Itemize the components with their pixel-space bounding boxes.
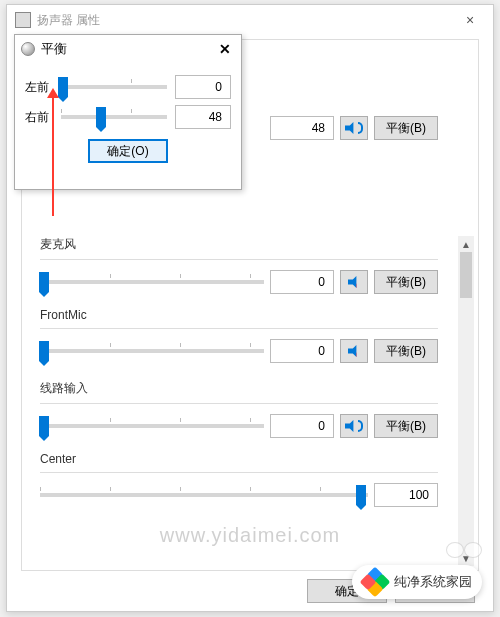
window-title: 扬声器 属性	[37, 12, 455, 29]
mute-indicator-icon	[356, 282, 364, 290]
close-icon[interactable]: ×	[455, 12, 485, 28]
mic-slider[interactable]	[40, 272, 264, 292]
right-front-row: 右前 48	[25, 105, 231, 129]
sound-wave-icon	[358, 122, 363, 134]
slider-thumb[interactable]	[39, 416, 49, 436]
mic-balance-button[interactable]: 平衡(B)	[374, 270, 438, 294]
decorative-icon	[446, 542, 482, 561]
balance-title: 平衡	[41, 40, 215, 58]
linein-slider[interactable]	[40, 416, 264, 436]
balance-close-icon[interactable]: ✕	[215, 41, 235, 57]
balance-dialog: 平衡 ✕ 左前 0 右前 48 确定(O)	[14, 34, 242, 190]
frontmic-slider[interactable]	[40, 341, 264, 361]
logo-icon	[362, 569, 388, 595]
right-front-value[interactable]: 48	[175, 105, 231, 129]
center-group: Center 100	[40, 452, 438, 507]
scroll-track[interactable]	[458, 252, 474, 550]
scroll-thumb[interactable]	[460, 252, 472, 298]
front-mute-button[interactable]	[340, 116, 368, 140]
scrollbar[interactable]: ▲ ▼	[458, 236, 474, 566]
slider-thumb[interactable]	[39, 341, 49, 361]
mic-mute-button[interactable]	[340, 270, 368, 294]
front-balance-button[interactable]: 平衡(B)	[374, 116, 438, 140]
frontmic-value[interactable]: 0	[270, 339, 334, 363]
mic-value[interactable]: 0	[270, 270, 334, 294]
separator	[40, 403, 438, 404]
speaker-icon	[345, 420, 357, 432]
right-front-label: 右前	[25, 109, 53, 126]
slider-thumb[interactable]	[58, 77, 68, 97]
mic-group: 麦克风 0 平衡(B)	[40, 236, 438, 294]
center-slider[interactable]	[40, 485, 368, 505]
balance-footer: 确定(O)	[25, 139, 231, 163]
frontmic-balance-button[interactable]: 平衡(B)	[374, 339, 438, 363]
right-front-slider[interactable]	[61, 107, 167, 127]
main-titlebar: 扬声器 属性 ×	[7, 5, 493, 35]
scroll-up-icon[interactable]: ▲	[458, 236, 474, 252]
logo-text: 纯净系统家园	[394, 573, 472, 591]
linein-group: 线路输入 0 平衡(B)	[40, 380, 438, 438]
sound-wave-icon	[358, 420, 363, 432]
site-logo-badge: 纯净系统家园	[352, 565, 482, 599]
left-front-value[interactable]: 0	[175, 75, 231, 99]
balance-ok-button[interactable]: 确定(O)	[88, 139, 168, 163]
mute-indicator-icon	[356, 351, 364, 359]
speaker-icon	[348, 276, 360, 288]
slider-thumb[interactable]	[96, 107, 106, 127]
slider-thumb[interactable]	[356, 485, 366, 505]
separator	[40, 259, 438, 260]
separator	[40, 472, 438, 473]
center-label: Center	[40, 452, 438, 466]
speaker-icon	[15, 12, 31, 28]
slider-thumb[interactable]	[39, 272, 49, 292]
mic-label: 麦克风	[40, 236, 438, 253]
linein-balance-button[interactable]: 平衡(B)	[374, 414, 438, 438]
levels-scroll-region: 麦克风 0 平衡(B) FrontMic	[22, 236, 478, 566]
frontmic-label: FrontMic	[40, 308, 438, 322]
separator	[40, 328, 438, 329]
speaker-icon	[348, 345, 360, 357]
left-front-slider[interactable]	[61, 77, 167, 97]
balance-icon	[21, 42, 35, 56]
center-value[interactable]: 100	[374, 483, 438, 507]
linein-label: 线路输入	[40, 380, 438, 397]
balance-body: 左前 0 右前 48 确定(O)	[15, 63, 241, 169]
frontmic-group: FrontMic 0 平衡(B)	[40, 308, 438, 363]
linein-mute-button[interactable]	[340, 414, 368, 438]
balance-titlebar: 平衡 ✕	[15, 35, 241, 63]
linein-value[interactable]: 0	[270, 414, 334, 438]
front-value[interactable]: 48	[270, 116, 334, 140]
annotation-arrow-icon	[52, 96, 54, 216]
speaker-icon	[345, 122, 357, 134]
frontmic-mute-button[interactable]	[340, 339, 368, 363]
